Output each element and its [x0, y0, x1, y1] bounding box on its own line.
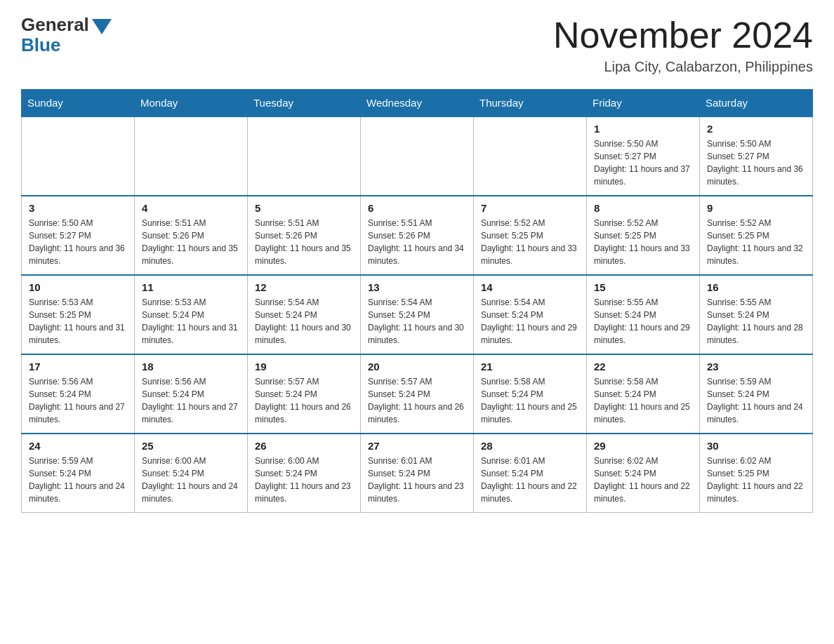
day-info: Sunrise: 5:54 AM Sunset: 5:24 PM Dayligh… [255, 296, 353, 347]
calendar-cell: 20Sunrise: 5:57 AM Sunset: 5:24 PM Dayli… [361, 354, 474, 434]
calendar-cell: 23Sunrise: 5:59 AM Sunset: 5:24 PM Dayli… [700, 354, 813, 434]
calendar-cell [248, 116, 361, 196]
day-number: 16 [707, 281, 805, 293]
calendar-cell: 14Sunrise: 5:54 AM Sunset: 5:24 PM Dayli… [474, 275, 587, 354]
day-number: 19 [255, 361, 353, 373]
weekday-header-friday: Friday [587, 90, 700, 117]
day-info: Sunrise: 5:51 AM Sunset: 5:26 PM Dayligh… [142, 217, 240, 267]
logo-triangle-icon [92, 19, 112, 34]
calendar-cell: 22Sunrise: 5:58 AM Sunset: 5:24 PM Dayli… [587, 354, 700, 434]
day-info: Sunrise: 5:54 AM Sunset: 5:24 PM Dayligh… [481, 296, 579, 347]
day-number: 30 [707, 440, 805, 452]
day-number: 11 [142, 281, 240, 293]
day-info: Sunrise: 5:59 AM Sunset: 5:24 PM Dayligh… [707, 375, 805, 426]
day-info: Sunrise: 5:51 AM Sunset: 5:26 PM Dayligh… [368, 217, 466, 267]
calendar-cell: 28Sunrise: 6:01 AM Sunset: 5:24 PM Dayli… [474, 434, 587, 513]
calendar-cell: 18Sunrise: 5:56 AM Sunset: 5:24 PM Dayli… [135, 354, 248, 434]
day-info: Sunrise: 6:00 AM Sunset: 5:24 PM Dayligh… [255, 455, 353, 505]
calendar-cell: 7Sunrise: 5:52 AM Sunset: 5:25 PM Daylig… [474, 196, 587, 275]
calendar-cell: 29Sunrise: 6:02 AM Sunset: 5:24 PM Dayli… [587, 434, 700, 513]
calendar-cell: 17Sunrise: 5:56 AM Sunset: 5:24 PM Dayli… [22, 354, 135, 434]
logo: General Blue [21, 14, 112, 56]
day-info: Sunrise: 5:57 AM Sunset: 5:24 PM Dayligh… [255, 375, 353, 426]
calendar-cell: 3Sunrise: 5:50 AM Sunset: 5:27 PM Daylig… [22, 196, 135, 275]
day-info: Sunrise: 6:02 AM Sunset: 5:25 PM Dayligh… [707, 455, 805, 505]
month-year-title: November 2024 [553, 14, 813, 56]
day-number: 15 [594, 281, 692, 293]
calendar-week-row: 3Sunrise: 5:50 AM Sunset: 5:27 PM Daylig… [22, 196, 813, 275]
calendar-cell [361, 116, 474, 196]
day-info: Sunrise: 5:58 AM Sunset: 5:24 PM Dayligh… [594, 375, 692, 426]
day-info: Sunrise: 6:02 AM Sunset: 5:24 PM Dayligh… [594, 455, 692, 505]
day-info: Sunrise: 6:00 AM Sunset: 5:24 PM Dayligh… [142, 455, 240, 505]
day-info: Sunrise: 5:53 AM Sunset: 5:24 PM Dayligh… [142, 296, 240, 347]
day-info: Sunrise: 5:55 AM Sunset: 5:24 PM Dayligh… [707, 296, 805, 347]
day-info: Sunrise: 5:52 AM Sunset: 5:25 PM Dayligh… [594, 217, 692, 267]
location-subtitle: Lipa City, Calabarzon, Philippines [553, 59, 813, 75]
calendar-cell: 4Sunrise: 5:51 AM Sunset: 5:26 PM Daylig… [135, 196, 248, 275]
calendar-cell: 8Sunrise: 5:52 AM Sunset: 5:25 PM Daylig… [587, 196, 700, 275]
weekday-header-tuesday: Tuesday [248, 90, 361, 117]
day-number: 13 [368, 281, 466, 293]
calendar-cell: 21Sunrise: 5:58 AM Sunset: 5:24 PM Dayli… [474, 354, 587, 434]
day-info: Sunrise: 5:54 AM Sunset: 5:24 PM Dayligh… [368, 296, 466, 347]
day-number: 28 [481, 440, 579, 452]
day-number: 9 [707, 202, 805, 214]
day-number: 7 [481, 202, 579, 214]
day-info: Sunrise: 5:50 AM Sunset: 5:27 PM Dayligh… [594, 137, 692, 188]
day-number: 6 [368, 202, 466, 214]
day-number: 2 [707, 123, 805, 135]
calendar-cell: 19Sunrise: 5:57 AM Sunset: 5:24 PM Dayli… [248, 354, 361, 434]
calendar-cell: 5Sunrise: 5:51 AM Sunset: 5:26 PM Daylig… [248, 196, 361, 275]
day-info: Sunrise: 5:55 AM Sunset: 5:24 PM Dayligh… [594, 296, 692, 347]
day-info: Sunrise: 5:51 AM Sunset: 5:26 PM Dayligh… [255, 217, 353, 267]
calendar-cell [135, 116, 248, 196]
day-info: Sunrise: 6:01 AM Sunset: 5:24 PM Dayligh… [481, 455, 579, 505]
logo-general-text: General [21, 14, 89, 36]
day-info: Sunrise: 5:53 AM Sunset: 5:25 PM Dayligh… [29, 296, 127, 347]
calendar-week-row: 10Sunrise: 5:53 AM Sunset: 5:25 PM Dayli… [22, 275, 813, 354]
calendar-cell: 2Sunrise: 5:50 AM Sunset: 5:27 PM Daylig… [700, 116, 813, 196]
calendar-cell: 12Sunrise: 5:54 AM Sunset: 5:24 PM Dayli… [248, 275, 361, 354]
day-info: Sunrise: 6:01 AM Sunset: 5:24 PM Dayligh… [368, 455, 466, 505]
day-info: Sunrise: 5:58 AM Sunset: 5:24 PM Dayligh… [481, 375, 579, 426]
day-info: Sunrise: 5:52 AM Sunset: 5:25 PM Dayligh… [707, 217, 805, 267]
page-header: General Blue November 2024 Lipa City, Ca… [21, 14, 813, 75]
calendar-cell: 9Sunrise: 5:52 AM Sunset: 5:25 PM Daylig… [700, 196, 813, 275]
calendar-cell [22, 116, 135, 196]
day-number: 3 [29, 202, 127, 214]
calendar-cell: 15Sunrise: 5:55 AM Sunset: 5:24 PM Dayli… [587, 275, 700, 354]
day-number: 21 [481, 361, 579, 373]
day-number: 25 [142, 440, 240, 452]
weekday-header-monday: Monday [135, 90, 248, 117]
day-number: 29 [594, 440, 692, 452]
calendar-week-row: 24Sunrise: 5:59 AM Sunset: 5:24 PM Dayli… [22, 434, 813, 513]
day-info: Sunrise: 5:57 AM Sunset: 5:24 PM Dayligh… [368, 375, 466, 426]
weekday-header-wednesday: Wednesday [361, 90, 474, 117]
day-number: 17 [29, 361, 127, 373]
weekday-header-saturday: Saturday [700, 90, 813, 117]
day-info: Sunrise: 5:50 AM Sunset: 5:27 PM Dayligh… [29, 217, 127, 267]
weekday-header-thursday: Thursday [474, 90, 587, 117]
day-number: 20 [368, 361, 466, 373]
day-number: 18 [142, 361, 240, 373]
day-number: 27 [368, 440, 466, 452]
calendar-cell: 26Sunrise: 6:00 AM Sunset: 5:24 PM Dayli… [248, 434, 361, 513]
calendar-cell: 11Sunrise: 5:53 AM Sunset: 5:24 PM Dayli… [135, 275, 248, 354]
day-number: 22 [594, 361, 692, 373]
calendar-cell: 13Sunrise: 5:54 AM Sunset: 5:24 PM Dayli… [361, 275, 474, 354]
day-info: Sunrise: 5:59 AM Sunset: 5:24 PM Dayligh… [29, 455, 127, 505]
calendar-cell: 1Sunrise: 5:50 AM Sunset: 5:27 PM Daylig… [587, 116, 700, 196]
day-number: 23 [707, 361, 805, 373]
calendar-week-row: 17Sunrise: 5:56 AM Sunset: 5:24 PM Dayli… [22, 354, 813, 434]
day-number: 26 [255, 440, 353, 452]
day-number: 24 [29, 440, 127, 452]
day-info: Sunrise: 5:52 AM Sunset: 5:25 PM Dayligh… [481, 217, 579, 267]
day-number: 12 [255, 281, 353, 293]
weekday-header-sunday: Sunday [22, 90, 135, 117]
calendar-cell: 10Sunrise: 5:53 AM Sunset: 5:25 PM Dayli… [22, 275, 135, 354]
calendar-cell: 24Sunrise: 5:59 AM Sunset: 5:24 PM Dayli… [22, 434, 135, 513]
calendar-cell [474, 116, 587, 196]
day-number: 4 [142, 202, 240, 214]
calendar-week-row: 1Sunrise: 5:50 AM Sunset: 5:27 PM Daylig… [22, 116, 813, 196]
